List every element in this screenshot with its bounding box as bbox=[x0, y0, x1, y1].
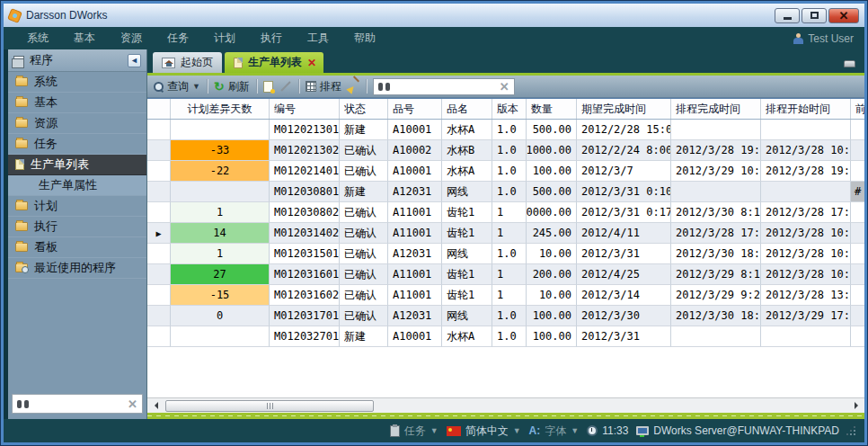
cell-expect[interactable]: 2012/4/25 bbox=[577, 264, 671, 285]
new-order-button[interactable] bbox=[263, 81, 273, 93]
cell-code[interactable]: M012031601 bbox=[270, 264, 340, 285]
table-row[interactable]: ▶14M012031402已确认A11001齿轮11245.002012/4/1… bbox=[147, 223, 864, 244]
cell-code[interactable]: M012021301 bbox=[270, 120, 340, 140]
row-selector-cell[interactable]: ▶ bbox=[147, 223, 171, 244]
cell-diff[interactable]: 1 bbox=[171, 202, 270, 223]
sidebar-search-input[interactable] bbox=[33, 397, 123, 410]
cell-item_name[interactable]: 网线 bbox=[442, 244, 492, 264]
cell-expect[interactable]: 2012/3/31 0:17 bbox=[577, 202, 671, 223]
cell-code[interactable]: M012021401 bbox=[270, 161, 340, 182]
sidebar-item-order-list[interactable]: 生产单列表 bbox=[8, 155, 146, 175]
cell-sched_end[interactable]: 2012/3/28 19:10 bbox=[671, 140, 761, 161]
cell-version[interactable]: 1 bbox=[492, 264, 527, 285]
sidebar-item-board[interactable]: 看板 bbox=[8, 237, 146, 258]
sidebar-collapse-button[interactable]: ◄ bbox=[128, 54, 141, 67]
cell-code[interactable]: M012030802 bbox=[270, 202, 340, 223]
cell-item_name[interactable]: 齿轮1 bbox=[442, 202, 492, 223]
cell-status[interactable]: 已确认 bbox=[340, 223, 388, 244]
cell-version[interactable]: 1.0 bbox=[492, 326, 527, 347]
cell-qty[interactable]: 200.00 bbox=[527, 264, 577, 285]
cell-extra[interactable] bbox=[851, 223, 864, 244]
cell-item_no[interactable]: A10002 bbox=[388, 140, 442, 161]
cell-extra[interactable] bbox=[851, 120, 864, 140]
cell-status[interactable]: 已确认 bbox=[340, 264, 388, 285]
cell-sched_end[interactable] bbox=[671, 326, 761, 347]
chevron-down-icon[interactable]: ▼ bbox=[192, 82, 200, 91]
cell-expect[interactable]: 2012/2/28 15:00 bbox=[577, 120, 671, 140]
cell-item_no[interactable]: A11001 bbox=[388, 285, 442, 306]
cell-item_name[interactable]: 网线 bbox=[442, 182, 492, 202]
cell-expect[interactable]: 2012/3/31 bbox=[577, 244, 671, 264]
cell-sched_start[interactable]: 2012/3/28 10:52 bbox=[761, 140, 851, 161]
menu-item-help[interactable]: 帮助 bbox=[341, 31, 388, 46]
cell-item_no[interactable]: A12031 bbox=[388, 182, 442, 202]
cell-sched_start[interactable] bbox=[761, 326, 851, 347]
minimize-button[interactable] bbox=[775, 8, 800, 23]
cell-status[interactable]: 已确认 bbox=[340, 140, 388, 161]
cell-version[interactable]: 1 bbox=[492, 285, 527, 306]
menu-item-plan[interactable]: 计划 bbox=[201, 31, 248, 46]
cell-sched_start[interactable]: 2012/3/29 17:46 bbox=[761, 306, 851, 326]
cell-sched_start[interactable]: 2012/3/28 17:13 bbox=[761, 202, 851, 223]
scroll-right-button[interactable] bbox=[850, 402, 863, 409]
cell-diff[interactable]: 1 bbox=[171, 244, 270, 264]
cell-sched_end[interactable]: 2012/3/30 8:15 bbox=[671, 202, 761, 223]
cell-sched_start[interactable]: 2012/3/28 10:52 bbox=[761, 244, 851, 264]
pin-tabs-icon[interactable] bbox=[844, 60, 855, 67]
cell-extra[interactable]: # bbox=[851, 182, 864, 202]
cell-extra[interactable] bbox=[851, 202, 864, 223]
cell-item_name[interactable]: 水杯B bbox=[442, 140, 492, 161]
row-selector-cell[interactable] bbox=[147, 285, 171, 306]
col-header-extra[interactable]: 前 bbox=[851, 99, 864, 119]
cell-sched_start[interactable]: 2012/3/28 10:52 bbox=[761, 223, 851, 244]
clear-search-icon[interactable]: ✕ bbox=[128, 398, 137, 410]
cell-qty[interactable]: 100.00 bbox=[527, 306, 577, 326]
cell-status[interactable]: 已确认 bbox=[340, 306, 388, 326]
cell-qty[interactable]: 100.00 bbox=[527, 326, 577, 347]
sidebar-item-plan[interactable]: 计划 bbox=[8, 196, 146, 217]
task-status-dropdown[interactable]: 任务 ▼ bbox=[390, 424, 438, 439]
cell-extra[interactable] bbox=[851, 326, 864, 347]
cell-sched_end[interactable] bbox=[671, 120, 761, 140]
cell-sched_end[interactable] bbox=[671, 182, 761, 202]
font-dropdown[interactable]: A: 字体 ▼ bbox=[529, 424, 580, 439]
row-selector-cell[interactable] bbox=[147, 182, 171, 202]
sidebar-item-recent[interactable]: 最近使用的程序 bbox=[8, 258, 146, 279]
row-selector-cell[interactable] bbox=[147, 306, 171, 326]
cell-version[interactable]: 1 bbox=[492, 202, 527, 223]
sidebar-item-system[interactable]: 系统 bbox=[8, 72, 146, 93]
cell-sched_start[interactable]: 2012/3/28 19:10 bbox=[761, 161, 851, 182]
cell-qty[interactable]: 500.00 bbox=[527, 120, 577, 140]
menu-item-system[interactable]: 系统 bbox=[14, 31, 61, 46]
col-header-qty[interactable]: 数量 bbox=[527, 99, 577, 119]
cell-status[interactable]: 已确认 bbox=[340, 244, 388, 264]
col-header-version[interactable]: 版本 bbox=[492, 99, 527, 119]
table-row[interactable]: -22M012021401已确认A10001水杯A1.0100.002012/3… bbox=[147, 161, 864, 182]
row-selector-cell[interactable] bbox=[147, 264, 171, 285]
col-header-status[interactable]: 状态 bbox=[340, 99, 388, 119]
table-row[interactable]: 1M012030802已确认A11001齿轮1110000.002012/3/3… bbox=[147, 202, 864, 223]
cell-sched_end[interactable]: 2012/3/30 18:00 bbox=[671, 306, 761, 326]
cell-version[interactable]: 1.0 bbox=[492, 306, 527, 326]
cell-extra[interactable] bbox=[851, 306, 864, 326]
sidebar-item-basic[interactable]: 基本 bbox=[8, 93, 146, 113]
table-row[interactable]: 1M012031501已确认A12031网线1.010.002012/3/312… bbox=[147, 244, 864, 264]
cell-code[interactable]: M012030801 bbox=[270, 182, 340, 202]
sidebar-item-resource[interactable]: 资源 bbox=[8, 113, 146, 134]
cell-version[interactable]: 1.0 bbox=[492, 120, 527, 140]
row-selector-cell[interactable] bbox=[147, 244, 171, 264]
title-bar[interactable]: Darsson DWorks ✕ bbox=[4, 4, 864, 27]
cell-extra[interactable] bbox=[851, 285, 864, 306]
row-selector-cell[interactable] bbox=[147, 120, 171, 140]
col-header-sched_start[interactable]: 排程开始时间 bbox=[761, 99, 851, 119]
col-header-item_no[interactable]: 品号 bbox=[388, 99, 442, 119]
query-button[interactable]: 查询 ▼ bbox=[154, 79, 200, 94]
cell-extra[interactable] bbox=[851, 140, 864, 161]
col-header-code[interactable]: 编号 bbox=[270, 99, 340, 119]
row-selector-cell[interactable] bbox=[147, 140, 171, 161]
col-header-diff[interactable]: 计划差异天数 bbox=[171, 99, 270, 119]
cell-diff[interactable] bbox=[171, 326, 270, 347]
cell-version[interactable]: 1.0 bbox=[492, 182, 527, 202]
cell-extra[interactable] bbox=[851, 244, 864, 264]
edit-button[interactable] bbox=[279, 85, 292, 87]
